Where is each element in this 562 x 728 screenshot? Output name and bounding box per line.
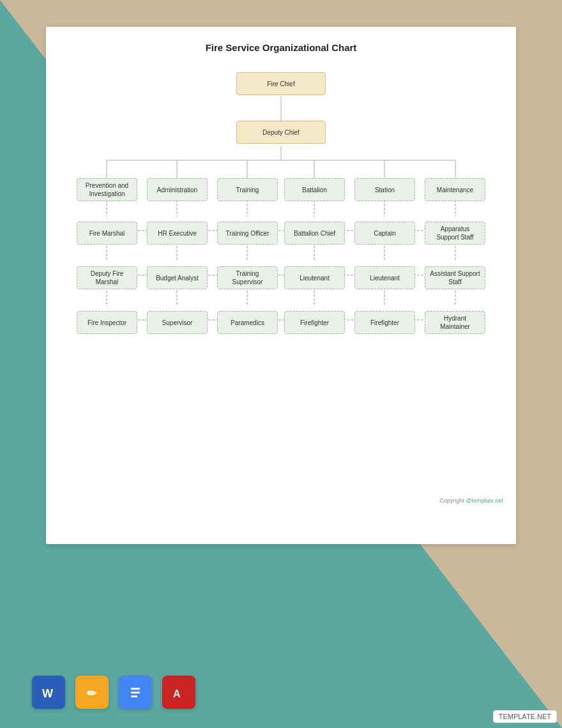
node-maintenance: Maintenance [425,178,485,201]
node-budget-analyst: Budget Analyst [147,266,208,289]
docs-icon[interactable] [119,676,152,709]
node-firefighter2: Firefighter [354,311,415,334]
copyright: Copyright @template.net [439,497,503,504]
node-firefighter1: Firefighter [284,311,345,334]
node-deputy-chief: Deputy Chief [236,121,326,144]
node-training-supervisor: Training Supervisor [217,266,278,289]
svg-text:✏: ✏ [87,687,97,700]
node-lieutenant2: Lieutenant [354,266,415,289]
node-training: Training [217,178,278,201]
node-battalion: Battalion [284,178,345,201]
pdf-icon[interactable]: A [162,676,195,709]
pages-icon[interactable]: ✏ [75,676,109,709]
word-icon[interactable]: W [32,676,65,709]
node-battalion-chief: Battalion Chief [284,222,345,245]
template-badge: TEMPLATE.NET [493,710,557,723]
node-lieutenant1: Lieutenant [284,266,345,289]
svg-rect-48 [131,692,140,694]
node-station: Station [354,178,415,201]
node-apparatus-support: Apparatus Support Staff [425,222,485,245]
node-deputy-fire-marshal: Deputy Fire Marshal [77,266,137,289]
node-fire-marshal: Fire Marshal [77,222,137,245]
node-hydrant-maintainer: Hydrant Maintainer [425,311,485,334]
node-fire-inspector: Fire Inspector [77,311,137,334]
svg-text:W: W [42,687,53,700]
bottom-icons-bar: W ✏ A [32,676,195,709]
node-assistant-support: Assistant Support Staff [425,266,485,289]
node-paramedics: Paramedics [217,311,278,334]
svg-text:A: A [173,688,181,699]
node-administration: Administration [147,178,208,201]
svg-rect-49 [131,695,137,697]
node-supervisor: Supervisor [147,311,208,334]
node-prevention: Prevention and Investigation [77,178,137,201]
chart-title: Fire Service Organizational Chart [59,42,503,53]
node-hr-executive: HR Executive [147,222,208,245]
node-fire-chief: Fire Chief [236,72,326,95]
main-card: Fire Service Organizational Chart [46,27,516,544]
svg-rect-47 [131,688,140,690]
node-captain: Captain [354,222,415,245]
node-training-officer: Training Officer [217,222,278,245]
